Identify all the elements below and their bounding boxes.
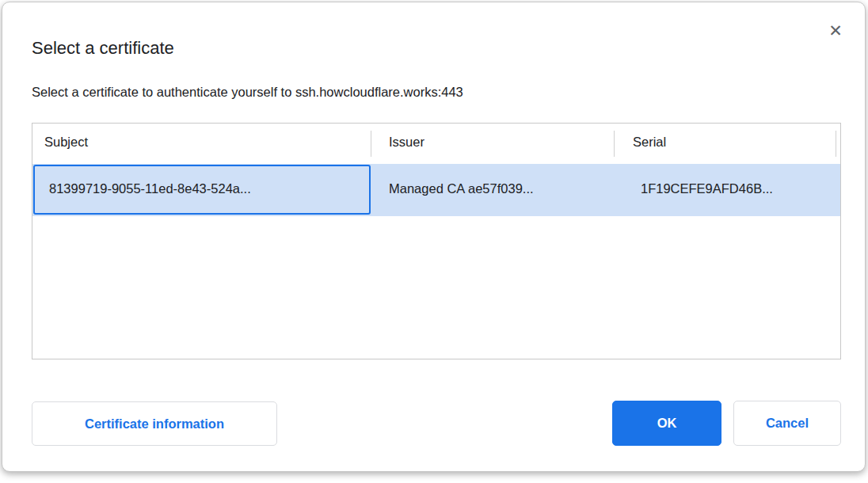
cell-serial: 1F19CEFE9AFD46B... — [641, 181, 773, 196]
close-icon[interactable]: ✕ — [824, 18, 847, 42]
column-divider — [614, 131, 615, 157]
ok-button[interactable]: OK — [612, 401, 721, 446]
column-header-issuer: Issuer — [389, 135, 424, 150]
column-divider — [371, 131, 371, 157]
certificate-table: Subject Issuer Serial 81399719-9055-11ed… — [32, 123, 841, 359]
dialog-subtitle: Select a certificate to authenticate you… — [32, 85, 463, 100]
certificate-row-selected[interactable]: 81399719-9055-11ed-8e43-524a... Managed … — [32, 164, 840, 216]
cell-issuer: Managed CA ae57f039... — [389, 181, 534, 196]
column-header-serial: Serial — [633, 135, 666, 150]
table-header: Subject Issuer Serial — [32, 124, 840, 164]
column-header-subject: Subject — [44, 135, 88, 150]
certificate-select-dialog: ✕ Select a certificate Select a certific… — [2, 2, 866, 472]
cell-subject: 81399719-9055-11ed-8e43-524a... — [49, 181, 251, 196]
dialog-title: Select a certificate — [32, 38, 174, 59]
cancel-button[interactable]: Cancel — [733, 401, 841, 446]
column-divider — [836, 131, 836, 157]
certificate-information-button[interactable]: Certificate information — [32, 401, 277, 446]
